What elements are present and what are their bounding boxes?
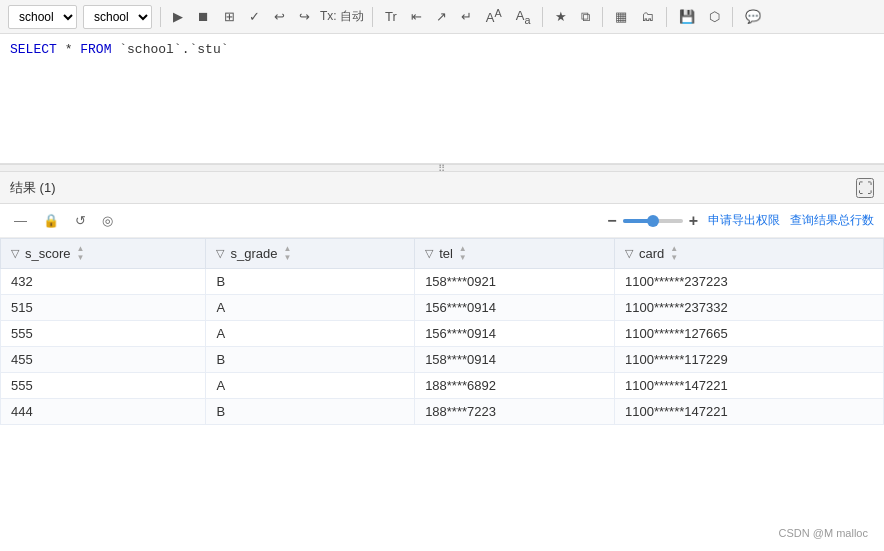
cell-tel[interactable]: 158****0914	[415, 347, 615, 373]
undo-button[interactable]: ↩	[270, 7, 289, 26]
table-row: 555A156****09141100******127665	[1, 321, 884, 347]
minus-row-button[interactable]: —	[10, 211, 31, 230]
top-toolbar: school school ▶ ⏹ ⊞ ✓ ↩ ↪ Tx: 自动 Tr ⇤ ↗ …	[0, 0, 884, 34]
stop-button[interactable]: ⏹	[193, 7, 214, 26]
cell-tel[interactable]: 156****0914	[415, 321, 615, 347]
filter-icon-card[interactable]: ▽	[625, 247, 633, 260]
cell-card[interactable]: 1100******127665	[614, 321, 883, 347]
copy-button[interactable]: ⧉	[577, 7, 594, 27]
cell-s-score: 455	[1, 347, 206, 373]
zoom-plus-icon[interactable]: +	[689, 212, 698, 230]
resize-handle[interactable]: ⠿	[0, 164, 884, 172]
sql-editor[interactable]: SELECT * FROM `school`.`stu`	[0, 34, 884, 164]
row-count-link[interactable]: 查询结果总行数	[790, 212, 874, 229]
folder-button[interactable]: 🗂	[637, 7, 658, 26]
cell-s-score: 555	[1, 373, 206, 399]
lock-button[interactable]: 🔒	[39, 211, 63, 230]
grid-button[interactable]: ▦	[611, 7, 631, 26]
comment-button[interactable]: 💬	[741, 7, 765, 26]
table-row: 555A188****68921100******147221	[1, 373, 884, 399]
th-s-grade[interactable]: ▽ s_grade ▲ ▼	[206, 239, 415, 269]
wrap-button[interactable]: ↵	[457, 7, 476, 26]
result-toolbar-left: — 🔒 ↺ ◎	[10, 211, 117, 230]
table-body: 432B158****09211100******237223515A156**…	[1, 269, 884, 425]
filter-icon-score[interactable]: ▽	[11, 247, 19, 260]
cell-tel[interactable]: 188****6892	[415, 373, 615, 399]
cell-tel[interactable]: 158****0921	[415, 269, 615, 295]
divider-1	[160, 7, 161, 27]
cell-tel[interactable]: 188****7223	[415, 399, 615, 425]
cell-card[interactable]: 1100******237223	[614, 269, 883, 295]
indent-right-button[interactable]: ↗	[432, 7, 451, 26]
font-button[interactable]: Tr	[381, 7, 401, 26]
sort-icon-card[interactable]: ▲ ▼	[670, 245, 678, 262]
divider-4	[602, 7, 603, 27]
db-select[interactable]: school	[8, 5, 77, 29]
th-card[interactable]: ▽ card ▲ ▼	[614, 239, 883, 269]
sql-table: `school`.`stu`	[119, 42, 228, 57]
sort-icon-tel[interactable]: ▲ ▼	[459, 245, 467, 262]
sort-down-tel-icon: ▼	[459, 254, 467, 262]
table-row: 432B158****09211100******237223	[1, 269, 884, 295]
th-tel[interactable]: ▽ tel ▲ ▼	[415, 239, 615, 269]
result-panel: 结果 (1) ⛶ — 🔒 ↺ ◎ − + 申请导出权限	[0, 172, 884, 551]
indent-left-button[interactable]: ⇤	[407, 7, 426, 26]
slider-thumb[interactable]	[647, 215, 659, 227]
sort-icon-score[interactable]: ▲ ▼	[77, 245, 85, 262]
cell-s-grade: A	[206, 373, 415, 399]
col-s-score-label: s_score	[25, 246, 71, 261]
format-button[interactable]: ⊞	[220, 7, 239, 26]
col-s-grade-label: s_grade	[230, 246, 277, 261]
sort-up-icon: ▲	[77, 245, 85, 253]
divider-2	[372, 7, 373, 27]
slider-track[interactable]	[623, 219, 683, 223]
cell-s-grade: B	[206, 269, 415, 295]
table-row: 455B158****09141100******117229	[1, 347, 884, 373]
eye-button[interactable]: ◎	[98, 211, 117, 230]
cell-s-grade: A	[206, 321, 415, 347]
check-button[interactable]: ✓	[245, 7, 264, 26]
cell-s-score: 444	[1, 399, 206, 425]
zoom-minus-icon[interactable]: −	[607, 212, 616, 230]
cell-s-score: 432	[1, 269, 206, 295]
divider-3	[542, 7, 543, 27]
sql-star: *	[65, 42, 81, 57]
divider-5	[666, 7, 667, 27]
table-row: 444B188****72231100******147221	[1, 399, 884, 425]
cell-tel[interactable]: 156****0914	[415, 295, 615, 321]
save-button[interactable]: 💾	[675, 7, 699, 26]
main-content: SELECT * FROM `school`.`stu` ⠿ 结果 (1) ⛶ …	[0, 34, 884, 551]
run-button[interactable]: ▶	[169, 7, 187, 26]
sort-down-grade-icon: ▼	[283, 254, 291, 262]
cell-s-score: 555	[1, 321, 206, 347]
result-toolbar-right: − + 申请导出权限 查询结果总行数	[607, 212, 874, 230]
cell-card[interactable]: 1100******237332	[614, 295, 883, 321]
refresh-button[interactable]: ↺	[71, 211, 90, 230]
table-header-row: ▽ s_score ▲ ▼ ▽ s_grade	[1, 239, 884, 269]
redo-button[interactable]: ↪	[295, 7, 314, 26]
result-toolbar: — 🔒 ↺ ◎ − + 申请导出权限 查询结果总行数	[0, 204, 884, 238]
cell-card[interactable]: 1100******117229	[614, 347, 883, 373]
case-upper-button[interactable]: AA	[482, 5, 506, 27]
watermark: CSDN @M malloc	[779, 527, 868, 539]
sort-icon-grade[interactable]: ▲ ▼	[283, 245, 291, 262]
watermark-text: CSDN @M malloc	[779, 527, 868, 539]
schema-select[interactable]: school	[83, 5, 152, 29]
zoom-slider[interactable]: − +	[607, 212, 698, 230]
cell-card[interactable]: 1100******147221	[614, 373, 883, 399]
export-auth-link[interactable]: 申请导出权限	[708, 212, 780, 229]
cell-s-grade: A	[206, 295, 415, 321]
cell-card[interactable]: 1100******147221	[614, 399, 883, 425]
sort-up-grade-icon: ▲	[283, 245, 291, 253]
bookmark-button[interactable]: ★	[551, 7, 571, 26]
sort-up-tel-icon: ▲	[459, 245, 467, 253]
tx-label: Tx: 自动	[320, 8, 364, 25]
expand-button[interactable]: ⛶	[856, 178, 874, 198]
sql-code: SELECT * FROM `school`.`stu`	[10, 42, 874, 57]
export-button[interactable]: ⬡	[705, 7, 724, 26]
case-lower-button[interactable]: Aa	[512, 6, 535, 28]
filter-icon-grade[interactable]: ▽	[216, 247, 224, 260]
th-s-score[interactable]: ▽ s_score ▲ ▼	[1, 239, 206, 269]
filter-icon-tel[interactable]: ▽	[425, 247, 433, 260]
col-card-label: card	[639, 246, 664, 261]
